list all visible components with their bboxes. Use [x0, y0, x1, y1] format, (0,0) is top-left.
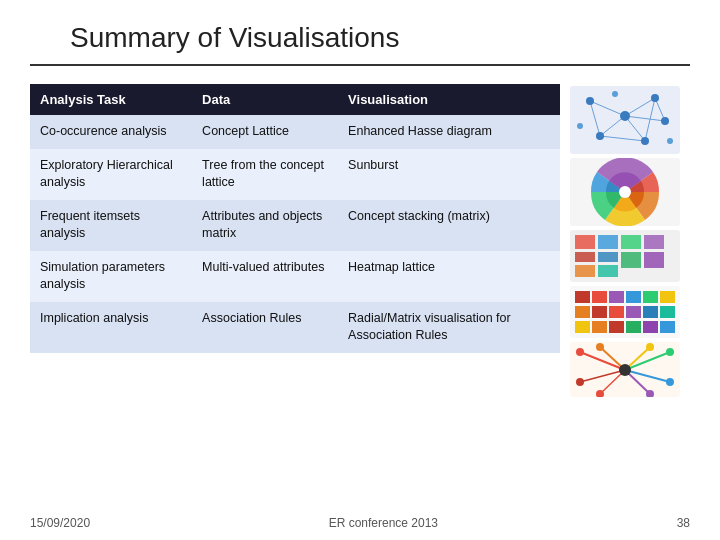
svg-rect-48	[626, 321, 641, 333]
thumbnail-matrix	[570, 230, 680, 282]
svg-point-68	[619, 364, 631, 376]
svg-rect-28	[621, 252, 641, 268]
svg-point-14	[641, 137, 649, 145]
footer-page: 38	[677, 516, 690, 530]
cell-task: Simulation parameters analysis	[30, 251, 192, 302]
footer-date: 15/09/2020	[30, 516, 90, 530]
svg-rect-47	[609, 321, 624, 333]
svg-rect-50	[660, 321, 675, 333]
cell-task: Co-occurence analysis	[30, 115, 192, 149]
svg-point-12	[651, 94, 659, 102]
cell-vis: Concept stacking (matrix)	[338, 200, 560, 251]
svg-point-62	[646, 343, 654, 351]
table-row: Co-occurence analysisConcept LatticeEnha…	[30, 115, 560, 149]
svg-point-10	[586, 97, 594, 105]
cell-vis: Sunburst	[338, 149, 560, 200]
thumbnail-network	[570, 86, 680, 154]
cell-vis: Enhanced Hasse diagram	[338, 115, 560, 149]
svg-rect-49	[643, 321, 658, 333]
cell-task: Exploratory Hierarchical analysis	[30, 149, 192, 200]
table-row: Simulation parameters analysisMulti-valu…	[30, 251, 560, 302]
svg-rect-37	[643, 291, 658, 303]
svg-point-67	[576, 378, 584, 386]
thumbnail-heatmap	[570, 286, 680, 338]
svg-point-15	[596, 132, 604, 140]
svg-rect-27	[598, 252, 618, 262]
svg-rect-45	[575, 321, 590, 333]
cell-data: Association Rules	[192, 302, 338, 353]
table-wrapper: Analysis Task Data Visualisation Co-occu…	[30, 84, 560, 397]
footer-conference: ER conference 2013	[329, 516, 438, 530]
svg-point-18	[667, 138, 673, 144]
page: Summary of Visualisations Analysis Task …	[0, 0, 720, 540]
cell-task: Frequent itemsets analysis	[30, 200, 192, 251]
svg-rect-46	[592, 321, 607, 333]
svg-rect-34	[592, 291, 607, 303]
svg-point-17	[577, 123, 583, 129]
svg-rect-24	[621, 235, 641, 249]
svg-rect-23	[598, 235, 618, 249]
svg-rect-44	[660, 306, 675, 318]
table-row: Implication analysisAssociation RulesRad…	[30, 302, 560, 353]
cell-data: Attributes and objects matrix	[192, 200, 338, 251]
svg-rect-38	[660, 291, 675, 303]
svg-point-60	[576, 348, 584, 356]
svg-point-16	[612, 91, 618, 97]
col-header-vis: Visualisation	[338, 84, 560, 115]
svg-rect-26	[575, 252, 595, 262]
table-row: Frequent itemsets analysisAttributes and…	[30, 200, 560, 251]
svg-rect-40	[592, 306, 607, 318]
summary-table: Analysis Task Data Visualisation Co-occu…	[30, 84, 560, 353]
cell-data: Concept Lattice	[192, 115, 338, 149]
svg-point-64	[666, 378, 674, 386]
svg-rect-33	[575, 291, 590, 303]
footer: 15/09/2020 ER conference 2013 38	[0, 516, 720, 530]
thumbnail-sunburst	[570, 158, 680, 226]
cell-task: Implication analysis	[30, 302, 192, 353]
cell-data: Tree from the concept lattice	[192, 149, 338, 200]
svg-rect-22	[575, 235, 595, 249]
svg-rect-36	[626, 291, 641, 303]
content-area: Analysis Task Data Visualisation Co-occu…	[0, 66, 720, 397]
svg-rect-31	[598, 265, 618, 277]
svg-rect-35	[609, 291, 624, 303]
svg-rect-25	[644, 235, 664, 249]
svg-rect-43	[643, 306, 658, 318]
svg-point-20	[619, 186, 631, 198]
svg-rect-30	[575, 265, 595, 277]
svg-rect-39	[575, 306, 590, 318]
svg-rect-42	[626, 306, 641, 318]
svg-point-61	[596, 343, 604, 351]
cell-data: Multi-valued attributes	[192, 251, 338, 302]
visualisation-thumbnails	[570, 84, 690, 397]
svg-point-13	[661, 117, 669, 125]
table-header-row: Analysis Task Data Visualisation	[30, 84, 560, 115]
svg-point-11	[620, 111, 630, 121]
thumbnail-radial	[570, 342, 680, 397]
cell-vis: Radial/Matrix visualisation for Associat…	[338, 302, 560, 353]
table-row: Exploratory Hierarchical analysisTree fr…	[30, 149, 560, 200]
svg-rect-29	[644, 252, 664, 268]
svg-point-63	[666, 348, 674, 356]
col-header-data: Data	[192, 84, 338, 115]
page-title: Summary of Visualisations	[0, 0, 720, 64]
svg-rect-41	[609, 306, 624, 318]
cell-vis: Heatmap lattice	[338, 251, 560, 302]
col-header-task: Analysis Task	[30, 84, 192, 115]
